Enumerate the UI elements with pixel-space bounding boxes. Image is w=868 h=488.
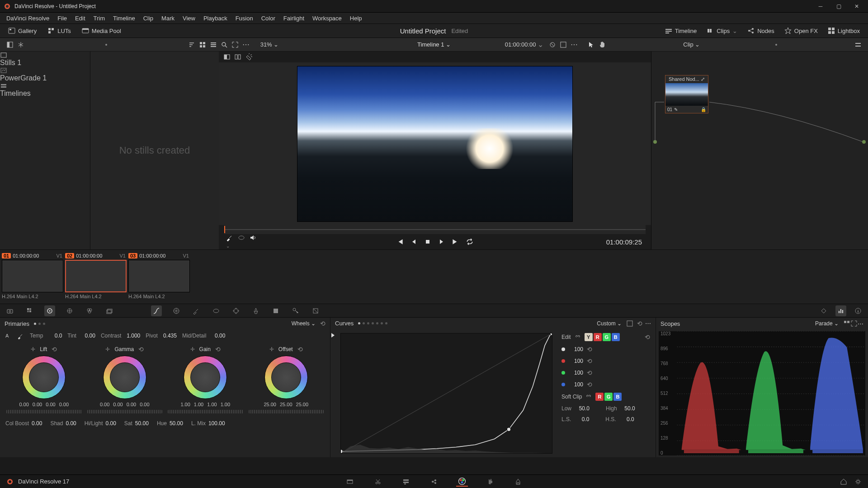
search-button[interactable]: [220, 40, 229, 49]
wheel-reset[interactable]: ⟲: [297, 346, 303, 353]
shad-value[interactable]: 0.00: [66, 420, 76, 427]
mediapool-toggle[interactable]: Media Pool: [78, 26, 125, 36]
bypass-button[interactable]: [548, 40, 557, 49]
clip-scope-dropdown[interactable]: Clip ⌄: [683, 41, 700, 48]
sc-b-button[interactable]: B: [613, 393, 622, 401]
home-button[interactable]: [840, 478, 847, 485]
viewer-scrubber[interactable]: [224, 225, 646, 234]
lift-master[interactable]: [6, 410, 82, 413]
gallery-stills[interactable]: Stills 1: [0, 52, 90, 67]
channel-y-button[interactable]: Y: [585, 333, 593, 341]
channel-b-button[interactable]: B: [612, 333, 620, 341]
wheel-value[interactable]: 0.00: [19, 402, 28, 407]
openfx-toggle[interactable]: Open FX: [781, 26, 821, 36]
gain-master[interactable]: [168, 410, 243, 413]
curves-tab[interactable]: [151, 305, 162, 316]
color-warper-tab[interactable]: [171, 305, 182, 316]
wheel-value[interactable]: 0.00: [113, 402, 123, 407]
node-editor[interactable]: Shared Nod... ⤢ 01✎🔒: [651, 52, 868, 249]
lmix-value[interactable]: 100.00: [208, 420, 225, 427]
timecode-display[interactable]: 01:00:09:25: [606, 238, 642, 246]
wheel-value[interactable]: 25.00: [280, 402, 292, 407]
scopes-mode[interactable]: Parade ⌄: [815, 320, 839, 327]
timeline-name-dropdown[interactable]: Timeline 1 ⌄: [417, 41, 451, 48]
wheel-reset[interactable]: ⟲: [52, 346, 57, 353]
gamma-master[interactable]: [87, 410, 163, 413]
pivot-value[interactable]: 0.435: [160, 333, 177, 339]
lightbox-toggle[interactable]: Lightbox: [824, 26, 863, 36]
sc-ls-value[interactable]: 0.0: [575, 416, 589, 422]
wheel-value[interactable]: 0.00: [100, 402, 109, 407]
list-view-button[interactable]: [209, 40, 218, 49]
gain-wheel[interactable]: [184, 356, 227, 399]
clip-thumb[interactable]: 0101:00:00:00V1 H.264 Main L4.2: [2, 252, 63, 299]
expand-button[interactable]: [231, 40, 240, 49]
sizing-tab[interactable]: [310, 305, 321, 316]
sat-value[interactable]: 50.00: [135, 420, 149, 427]
reset-b[interactable]: ⟲: [587, 381, 592, 388]
scopes-more-button[interactable]: ⋯: [858, 320, 863, 327]
channel-r-button[interactable]: R: [594, 333, 602, 341]
menu-item[interactable]: Fairlight: [280, 14, 308, 23]
reset-button[interactable]: ⟲: [320, 320, 326, 327]
tint-value[interactable]: 0.00: [79, 333, 95, 339]
highlight-button[interactable]: [245, 53, 252, 61]
menu-item[interactable]: Trim: [90, 14, 109, 23]
gain-g-value[interactable]: 100: [569, 370, 583, 376]
sc-low-value[interactable]: 50.0: [575, 405, 590, 412]
menu-item[interactable]: Mark: [158, 14, 178, 23]
gain-r-value[interactable]: 100: [569, 358, 583, 364]
rgb-mixer-tab[interactable]: [84, 305, 95, 316]
fullscreen-button[interactable]: [559, 40, 568, 49]
pointer-tool[interactable]: [587, 40, 596, 49]
pan-tool[interactable]: [598, 40, 607, 49]
thumb-view-button[interactable]: [198, 40, 207, 49]
edit-reset-button[interactable]: ⟲: [645, 333, 650, 341]
menu-item[interactable]: Playback: [200, 14, 231, 23]
media-page-tab[interactable]: [344, 477, 356, 487]
channel-g-button[interactable]: G: [603, 333, 611, 341]
node-options-button[interactable]: [854, 40, 863, 49]
curves-plot[interactable]: [340, 333, 552, 454]
wheel-adjust-icon[interactable]: ✛: [269, 346, 274, 352]
wheel-adjust-icon[interactable]: ✛: [31, 346, 35, 352]
wheel-value[interactable]: 0.00: [127, 402, 136, 407]
split-screen-button[interactable]: [234, 53, 241, 61]
window-tab[interactable]: [211, 305, 222, 316]
image-wipe-button[interactable]: [223, 53, 231, 61]
primaries-tab[interactable]: [44, 305, 55, 316]
zoom-dropdown[interactable]: 31% ⌄: [260, 41, 279, 48]
menu-item[interactable]: View: [179, 14, 199, 23]
curves-mode[interactable]: Custom ⌄: [597, 320, 622, 327]
reset-y[interactable]: ⟲: [587, 346, 592, 353]
curves-expand-button[interactable]: [626, 320, 633, 327]
cut-page-tab[interactable]: [372, 477, 384, 487]
colboost-value[interactable]: 0.00: [32, 420, 42, 427]
wheel-value[interactable]: 0.00: [33, 402, 42, 407]
mute-button[interactable]: [250, 234, 257, 249]
menu-item[interactable]: Workspace: [309, 14, 345, 23]
wheel-value[interactable]: 1.00: [180, 402, 190, 407]
clip-thumb-selected[interactable]: 0201:00:00:00V1 H.264 Main L4.2: [65, 252, 127, 299]
wheel-value[interactable]: 25.00: [296, 402, 309, 407]
loop-button[interactable]: [466, 238, 474, 246]
wheel-reset[interactable]: ⟲: [215, 346, 221, 353]
color-page-tab[interactable]: [456, 477, 468, 487]
auto-balance-button[interactable]: A: [5, 332, 12, 339]
menu-item[interactable]: Fusion: [232, 14, 257, 23]
reset-r[interactable]: ⟲: [587, 357, 592, 365]
wheel-adjust-icon[interactable]: ✛: [190, 346, 195, 352]
offset-wheel[interactable]: [264, 356, 308, 399]
wheel-adjust-icon[interactable]: ✛: [105, 346, 110, 352]
freeze-button[interactable]: [16, 40, 25, 49]
play-button[interactable]: [438, 238, 445, 245]
clips-toggle[interactable]: Clips ⌄: [703, 26, 741, 36]
color-match-tab[interactable]: [24, 305, 35, 316]
clip-thumb[interactable]: 0301:00:00:00V1 H.264 Main L4.2: [128, 252, 190, 299]
sort-button[interactable]: [187, 40, 196, 49]
wheel-value[interactable]: 1.00: [207, 402, 217, 407]
wheel-reset[interactable]: ⟲: [138, 346, 144, 353]
camera-raw-tab[interactable]: [5, 305, 15, 316]
middetail-value[interactable]: 0.00: [209, 333, 225, 339]
sc-hs-value[interactable]: 0.0: [620, 416, 634, 422]
